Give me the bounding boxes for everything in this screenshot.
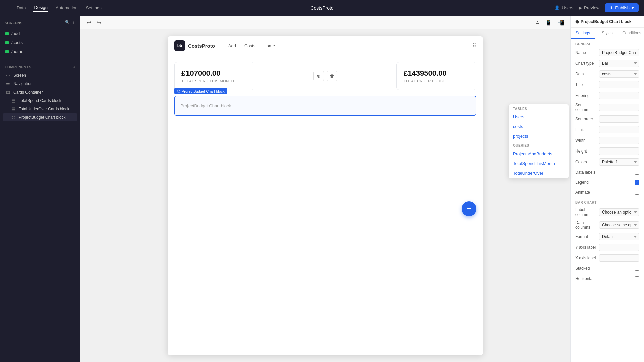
queries-section-label: Queries [509, 141, 569, 149]
limit-input[interactable] [599, 126, 639, 133]
stacked-checkbox[interactable] [635, 266, 639, 271]
horizontal-checkbox[interactable] [635, 276, 639, 281]
page-nav-links: Add Costs Home [228, 43, 275, 48]
add-component-button[interactable]: + [73, 65, 75, 69]
search-icon[interactable]: 🔍 [65, 20, 70, 26]
animate-checkbox[interactable] [635, 190, 639, 195]
filtering-input[interactable] [599, 92, 639, 99]
panel-row-height: Height [571, 146, 644, 157]
page-logo: bb CostsProto [174, 40, 215, 51]
colors-select[interactable]: Palette 1 [599, 158, 639, 166]
totalunder-icon: ▤ [11, 106, 16, 111]
panel-row-legend: Legend [571, 177, 644, 187]
charttype-label: Chart type [575, 61, 594, 66]
data-select[interactable]: costs [599, 70, 639, 78]
panel-row-charttype: Chart type Bar [571, 58, 644, 69]
height-input[interactable] [599, 147, 639, 155]
panel-row-name: Name [571, 47, 644, 58]
component-screen[interactable]: ▭ Screen [3, 71, 77, 79]
panel-row-animate: Animate [571, 187, 644, 197]
dropdown-item-totalunderover[interactable]: TotalUnderOver [509, 168, 569, 178]
barchart-section-label: BAR CHART [571, 197, 644, 206]
nav-automation[interactable]: Automation [55, 4, 78, 12]
back-button[interactable]: ← [5, 5, 11, 11]
title-input[interactable] [599, 81, 639, 88]
delete-chart-button[interactable]: 🗑 [327, 71, 337, 81]
fab-icon: + [467, 204, 471, 213]
page-logo-box: bb [174, 40, 185, 51]
component-cards-container-label: Cards Container [13, 90, 43, 95]
name-input[interactable] [599, 49, 639, 56]
tab-styles[interactable]: Styles [595, 28, 620, 39]
component-totalunder[interactable]: ▤ TotalUnderOver Cards block [3, 105, 77, 113]
name-label: Name [575, 50, 586, 55]
desktop-view-button[interactable]: 🖥 [533, 19, 541, 26]
datacolumns-select[interactable]: Choose some opti... [599, 221, 639, 229]
cards-container-icon: ▤ [5, 89, 11, 95]
component-navigation[interactable]: ☰ Navigation [3, 79, 77, 88]
component-totalspend[interactable]: ▤ TotalSpend Cards block [3, 96, 77, 105]
nav-design[interactable]: Design [33, 4, 48, 12]
legend-checkbox[interactable] [635, 180, 639, 185]
add-screen-button[interactable]: + [72, 20, 75, 26]
yaxis-input[interactable] [599, 244, 639, 251]
publish-button[interactable]: ⬆ Publish ▾ [605, 3, 639, 12]
chart-block-actions: ⊕ 🗑 [313, 71, 337, 81]
main-layout: Screens 🔍 + /add /costs /home Components [0, 16, 644, 362]
dropdown-item-projects[interactable]: projects [509, 131, 569, 141]
right-items: 👤 Users ▶ Preview ⬆ Publish ▾ [554, 3, 639, 12]
labelcolumn-label: Label column [575, 207, 596, 217]
undo-button[interactable]: ↩ [85, 19, 92, 26]
screen-dot-costs [5, 41, 9, 44]
fab-button[interactable]: + [462, 201, 476, 216]
projectbudget-icon: ◎ [11, 115, 16, 120]
page-topbar: bb CostsProto Add Costs Home ⠿ [168, 36, 483, 55]
dropdown-item-projectsandbudgets[interactable]: ProjectsAndBudgets [509, 149, 569, 159]
labelcolumn-select[interactable]: Choose an option [599, 208, 639, 216]
chart-block-label[interactable]: ◎ ProjectBudget Chart block [174, 88, 227, 94]
stat-card-totalspend: £107000.00 TOTAL SPEND THIS MONTH [174, 62, 254, 90]
xaxis-input[interactable] [599, 254, 639, 262]
charttype-select[interactable]: Bar [599, 60, 639, 67]
dropdown-item-costs[interactable]: costs [509, 122, 569, 131]
panel-row-yaxis: Y axis label [571, 242, 644, 253]
totalspend-icon: ▤ [11, 98, 16, 103]
title-label: Title [575, 82, 583, 87]
dropdown-item-users[interactable]: Users [509, 112, 569, 122]
page-dots-menu[interactable]: ⠿ [472, 42, 476, 49]
component-projectbudget[interactable]: ◎ ProjectBudget Chart block [3, 113, 77, 121]
chart-block-wrapper: ◎ ProjectBudget Chart block ProjectBudge… [174, 96, 476, 116]
tablet-view-button[interactable]: 📱 [544, 19, 553, 26]
page-content: £107000.00 TOTAL SPEND THIS MONTH ⊕ 🗑 £1… [168, 55, 483, 122]
sortcolumn-input[interactable] [599, 104, 639, 111]
width-input[interactable] [599, 137, 639, 144]
datalabels-checkbox[interactable] [635, 170, 639, 175]
sortorder-input[interactable] [599, 115, 639, 123]
stacked-label: Stacked [575, 266, 590, 271]
preview-button[interactable]: ▶ Preview [579, 5, 599, 10]
redo-button[interactable]: ↪ [96, 19, 103, 26]
users-label: Users [562, 5, 573, 10]
tab-settings[interactable]: Settings [571, 28, 595, 39]
dropdown-item-totalspendthismonth[interactable]: TotalSpendThisMonth [509, 159, 569, 168]
tab-conditions[interactable]: Conditions [620, 28, 644, 39]
screen-item-costs[interactable]: /costs [3, 38, 77, 47]
page-nav-home[interactable]: Home [263, 43, 275, 48]
navigation-icon: ☰ [5, 81, 11, 86]
sidebar-divider [0, 59, 80, 59]
nav-data[interactable]: Data [16, 4, 26, 12]
format-select[interactable]: Default [599, 233, 639, 240]
screen-item-add[interactable]: /add [3, 29, 77, 38]
component-list: ▭ Screen ☰ Navigation ▤ Cards Container … [0, 71, 80, 121]
users-button[interactable]: 👤 Users [554, 5, 573, 10]
page-nav-costs[interactable]: Costs [244, 43, 255, 48]
nav-settings[interactable]: Settings [85, 4, 102, 12]
panel-row-datalabels: Data labels [571, 167, 644, 177]
toolbar-right: 🖥 📱 📲 [533, 19, 566, 26]
page-nav-add[interactable]: Add [228, 43, 236, 48]
toolbar-left: ↩ ↪ [85, 19, 103, 26]
mobile-view-button[interactable]: 📲 [556, 19, 566, 26]
duplicate-chart-button[interactable]: ⊕ [313, 71, 324, 81]
screen-item-home[interactable]: /home [3, 47, 77, 56]
component-cards-container[interactable]: ▤ Cards Container [3, 88, 77, 96]
